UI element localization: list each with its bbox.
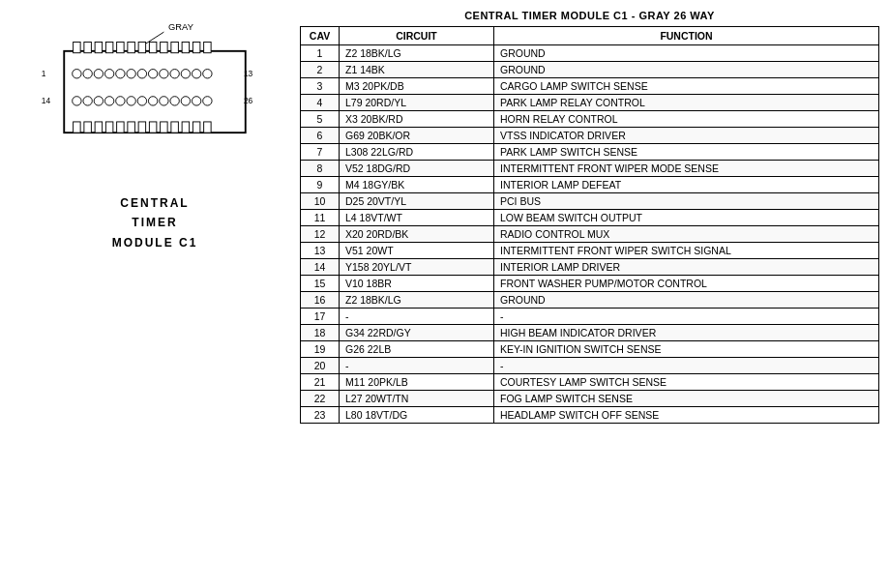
svg-point-34: [127, 70, 135, 78]
cell-circuit: V10 18BR: [340, 276, 494, 292]
table-row: 6G69 20BK/ORVTSS INDICATOR DRIVER: [301, 128, 879, 144]
cell-function: PARK LAMP RELAY CONTROL: [494, 95, 879, 111]
table-row: 12X20 20RD/BKRADIO CONTROL MUX: [301, 226, 879, 243]
cell-cav: 5: [301, 111, 340, 128]
cell-circuit: V51 20WT: [340, 243, 494, 259]
svg-point-49: [148, 97, 157, 105]
table-row: 19G26 22LBKEY-IN IGNITION SWITCH SENSE: [301, 341, 879, 358]
table-row: 3M3 20PK/DBCARGO LAMP SWITCH SENSE: [301, 78, 879, 95]
svg-point-45: [104, 97, 113, 105]
cell-circuit: Z2 18BK/LG: [340, 292, 494, 309]
cell-function: VTSS INDICATOR DRIVER: [494, 128, 879, 144]
right-panel: CENTRAL TIMER MODULE C1 - GRAY 26 WAY CA…: [300, 10, 879, 578]
cell-function: FOG LAMP SWITCH SENSE: [494, 391, 879, 407]
cell-function: LOW BEAM SWITCH OUTPUT: [494, 210, 879, 226]
svg-point-42: [73, 97, 81, 105]
table-row: 2Z1 14BKGROUND: [301, 62, 879, 78]
svg-point-41: [203, 70, 212, 78]
cell-circuit: V52 18DG/RD: [340, 161, 494, 177]
svg-point-48: [137, 97, 146, 105]
svg-rect-20: [117, 122, 125, 132]
svg-point-36: [148, 70, 157, 78]
svg-point-43: [83, 97, 92, 105]
cell-circuit: Z1 14BK: [340, 62, 494, 78]
table-row: 10D25 20VT/YLPCI BUS: [301, 193, 879, 210]
svg-point-35: [137, 70, 146, 78]
svg-point-44: [94, 97, 103, 105]
svg-point-52: [181, 97, 190, 105]
svg-rect-12: [171, 42, 179, 52]
svg-point-29: [73, 70, 81, 78]
cell-cav: 4: [301, 95, 340, 111]
cell-cav: 12: [301, 226, 340, 243]
cell-cav: 10: [301, 193, 340, 210]
pin-label-14: 14: [42, 96, 51, 105]
gray-label: GRAY: [168, 22, 194, 32]
cell-cav: 6: [301, 128, 340, 144]
cell-cav: 2: [301, 62, 340, 78]
svg-rect-17: [84, 122, 92, 132]
table-row: 9M4 18GY/BKINTERIOR LAMP DEFEAT: [301, 177, 879, 193]
cell-cav: 8: [301, 161, 340, 177]
svg-rect-18: [95, 122, 103, 132]
svg-rect-13: [182, 42, 190, 52]
cell-cav: 1: [301, 45, 340, 62]
cell-cav: 11: [301, 210, 340, 226]
cell-function: RADIO CONTROL MUX: [494, 226, 879, 243]
pin-label-13: 13: [244, 69, 253, 78]
cell-function: GROUND: [494, 292, 879, 309]
cell-cav: 17: [301, 309, 340, 325]
cell-function: INTERMITTENT FRONT WIPER SWITCH SIGNAL: [494, 243, 879, 259]
cell-function: GROUND: [494, 45, 879, 62]
svg-rect-15: [204, 42, 212, 52]
svg-point-40: [192, 70, 200, 78]
cell-cav: 21: [301, 374, 340, 391]
cell-circuit: Y158 20YL/VT: [340, 259, 494, 276]
svg-rect-9: [138, 42, 146, 52]
svg-rect-2: [64, 51, 246, 132]
svg-point-32: [104, 70, 113, 78]
svg-point-38: [170, 70, 179, 78]
cell-circuit: -: [340, 358, 494, 374]
svg-rect-5: [95, 42, 103, 52]
cell-function: INTERIOR LAMP DRIVER: [494, 259, 879, 276]
cell-cav: 19: [301, 341, 340, 358]
module-title: CENTRAL TIMER MODULE C1: [112, 193, 198, 252]
svg-rect-11: [161, 42, 168, 52]
table-row: 1Z2 18BK/LGGROUND: [301, 45, 879, 62]
table-row: 8V52 18DG/RDINTERMITTENT FRONT WIPER MOD…: [301, 161, 879, 177]
svg-rect-3: [74, 42, 81, 52]
svg-point-46: [116, 97, 125, 105]
table-row: 16Z2 18BK/LGGROUND: [301, 292, 879, 309]
cell-circuit: G69 20BK/OR: [340, 128, 494, 144]
svg-point-50: [160, 97, 168, 105]
table-row: 14Y158 20YL/VTINTERIOR LAMP DRIVER: [301, 259, 879, 276]
cell-circuit: X3 20BK/RD: [340, 111, 494, 128]
cell-cav: 14: [301, 259, 340, 276]
svg-rect-4: [84, 42, 92, 52]
svg-point-54: [203, 97, 212, 105]
table-row: 15V10 18BRFRONT WASHER PUMP/MOTOR CONTRO…: [301, 276, 879, 292]
table-title: CENTRAL TIMER MODULE C1 - GRAY 26 WAY: [300, 10, 879, 21]
cell-circuit: M3 20PK/DB: [340, 78, 494, 95]
svg-rect-24: [161, 122, 168, 132]
table-row: 5X3 20BK/RDHORN RELAY CONTROL: [301, 111, 879, 128]
cell-circuit: L79 20RD/YL: [340, 95, 494, 111]
svg-rect-23: [149, 122, 157, 132]
cell-cav: 22: [301, 391, 340, 407]
table-row: 13V51 20WTINTERMITTENT FRONT WIPER SWITC…: [301, 243, 879, 259]
cell-circuit: L80 18VT/DG: [340, 407, 494, 424]
svg-point-37: [160, 70, 168, 78]
svg-point-53: [192, 97, 200, 105]
cell-function: HORN RELAY CONTROL: [494, 111, 879, 128]
cell-function: INTERIOR LAMP DEFEAT: [494, 177, 879, 193]
cell-circuit: G34 22RD/GY: [340, 325, 494, 341]
table-row: 17--: [301, 309, 879, 325]
cell-circuit: L308 22LG/RD: [340, 144, 494, 161]
cell-function: PCI BUS: [494, 193, 879, 210]
cell-cav: 23: [301, 407, 340, 424]
cell-circuit: G26 22LB: [340, 341, 494, 358]
cell-cav: 7: [301, 144, 340, 161]
cell-function: KEY-IN IGNITION SWITCH SENSE: [494, 341, 879, 358]
cell-function: INTERMITTENT FRONT WIPER MODE SENSE: [494, 161, 879, 177]
